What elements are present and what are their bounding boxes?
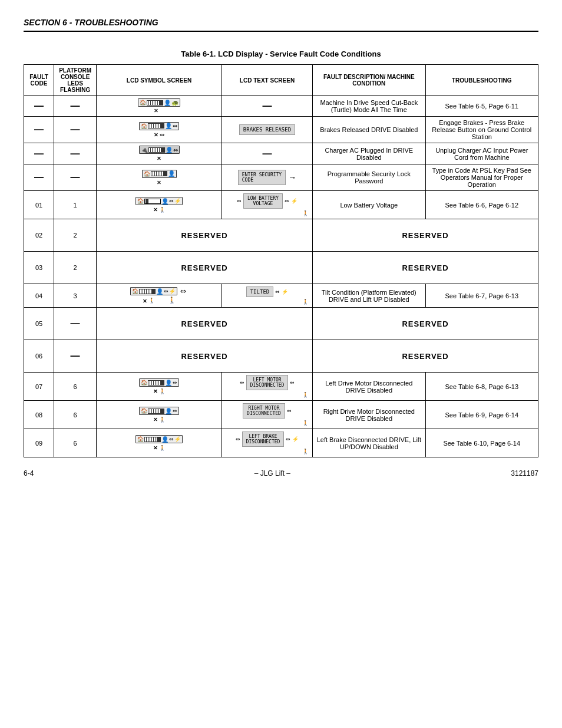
fault-code-cell: 04 <box>24 284 54 308</box>
platform-cell: 2 <box>54 252 97 284</box>
footer-doc-number: 3121187 <box>511 469 538 477</box>
arrows-big-icon: ⇔ <box>180 287 186 295</box>
turtle-icon: 🐢 <box>171 100 178 106</box>
reserved-cell-left: RESERVED <box>97 219 313 252</box>
arrows-icon: ⇔ <box>169 436 174 442</box>
fault-code-cell: — <box>24 96 54 117</box>
x-mark: ✕ <box>157 156 161 162</box>
lcd-symbol-cell: 🏠 👤 ⇔ ✕ ⇔ <box>97 117 222 143</box>
troubleshooting-cell: Unplug Charger AC Input Power Cord from … <box>425 143 538 164</box>
arrow-right-icon: → <box>288 173 296 182</box>
fault-code-cell: — <box>24 143 54 164</box>
table-row: 01 1 🏠 👤 ⇔ ⚡ <box>24 191 538 219</box>
lcd-text-display: RIGHT MOTORDISCONNECTED <box>243 403 285 419</box>
footer-page-number: 6-4 <box>24 469 34 477</box>
table-row: 04 3 🏠 👤 ⇔ ⚡ ⇔ ✕ <box>24 284 538 308</box>
lcd-text-cell: BRAKES RELEASED <box>222 117 312 143</box>
arrow-icon: ⇔ <box>173 147 178 153</box>
fault-code-cell: 07 <box>24 373 54 401</box>
table-row: — — 🔌 👤 ⇔ ✕ — <box>24 143 538 164</box>
lcd-text-cell: RIGHT MOTORDISCONNECTED ⇔ 🚶 <box>222 401 312 429</box>
lcd-symbol-cell: 🏠 👤 ⇔ ✕ 🚶 <box>97 401 222 429</box>
house-icon: 🏠 <box>137 436 144 442</box>
reserved-cell-right: RESERVED <box>313 340 538 373</box>
section-title: SECTION 6 - TROUBLESHOOTING <box>24 18 538 32</box>
lcd-text-display: BRAKES RELEASED <box>239 124 295 135</box>
person-icon: 👤 <box>165 380 172 386</box>
lcd-symbol-cell: 🏠 👤 ⇔ ✕ 🚶 <box>97 373 222 401</box>
arrows-icon: ⇔ <box>169 198 174 204</box>
person-icon: 👤 <box>161 198 168 205</box>
table-row: 09 6 🏠 👤 ⇔ ⚡ ✕ 🚶 <box>24 429 538 457</box>
lightning-icon: ⚡ <box>292 436 299 442</box>
platform-cell: — <box>54 117 97 143</box>
header-platform: PLATFORM CONSOLE LEDs FLASHING <box>54 65 97 96</box>
fault-desc-cell: Left Brake Disconnected DRIVE, Lift UP/D… <box>313 429 425 457</box>
fault-desc-cell: Machine In Drive Speed Cut-Back (Turtle)… <box>313 96 425 117</box>
table-row: 03 2 RESERVED RESERVED <box>24 252 538 284</box>
lightning-icon: ⚡ <box>282 289 288 295</box>
person-small-icon: 🚶 <box>302 420 309 426</box>
person-small-icon: 🚶 <box>148 298 155 304</box>
page-footer: 6-4 – JLG Lift – 3121187 <box>24 469 538 477</box>
lcd-text-display: LEFT MOTORDISCONNECTED <box>246 375 289 390</box>
person-small-icon: 🚶 <box>302 210 309 216</box>
lcd-text-cell: TILTED ⇔ ⚡ 🚶 <box>222 284 312 308</box>
arrows-icon2: ⇔ <box>287 408 292 414</box>
person-small-icon: 🚶 <box>302 392 309 398</box>
person-icon: 👤 <box>164 100 171 106</box>
house-icon: 🏠 <box>140 100 146 106</box>
arrows-icon: ⇔ <box>285 198 289 204</box>
reserved-cell-left: RESERVED <box>97 340 313 373</box>
table-row: — — 🏠 👤 ⇔ ✕ ⇔ <box>24 117 538 143</box>
person-small-icon: 🚶 <box>159 207 166 213</box>
fault-desc-cell: Charger AC Plugged In DRIVE Disabled <box>313 143 425 164</box>
header-troubleshooting: TROUBLESHOOTING <box>425 65 538 96</box>
table-row: 08 6 🏠 👤 ⇔ ✕ 🚶 <box>24 401 538 429</box>
table-row: — — 🏠 👤 ✕ <box>24 164 538 191</box>
lcd-symbol-cell: 🔌 👤 ⇔ ✕ <box>97 143 222 164</box>
fault-code-table: FAULT CODE PLATFORM CONSOLE LEDs FLASHIN… <box>24 64 538 457</box>
fault-code-cell: 09 <box>24 429 54 457</box>
x-mark: ✕ <box>157 180 161 186</box>
fault-desc-cell: Brakes Released DRIVE Disabled <box>313 117 425 143</box>
reserved-cell-right: RESERVED <box>313 308 538 340</box>
lcd-text-cell: — <box>222 96 312 117</box>
lcd-symbol-cell: 🏠 👤 ⇔ ⚡ ⇔ ✕ 🚶 🚶 <box>97 284 222 308</box>
person-small-icon: 🚶 <box>159 445 166 451</box>
table-title: Table 6-1. LCD Display - Service Fault C… <box>24 50 538 58</box>
lcd-text-cell: ⇔ LOW BATTERYVOLTAGE ⇔ ⚡ 🚶 <box>222 191 312 219</box>
reserved-cell-left: RESERVED <box>97 252 313 284</box>
fault-code-cell: 06 <box>24 340 54 373</box>
arrows-icon2: ⇔ <box>286 436 290 442</box>
arrows-icon: ⇔ <box>173 408 177 414</box>
table-row: 07 6 🏠 👤 ⇔ ✕ 🚶 <box>24 373 538 401</box>
arrows-icon: ⇔ <box>240 380 244 386</box>
platform-cell: 1 <box>54 191 97 219</box>
person-icon: 👤 <box>165 123 172 129</box>
lightning-icon: ⚡ <box>174 436 181 442</box>
platform-cell: — <box>54 164 97 191</box>
troubleshooting-cell: See Table 6-7, Page 6-13 <box>425 284 538 308</box>
platform-cell: 6 <box>54 401 97 429</box>
platform-cell: 6 <box>54 373 97 401</box>
fault-code-cell: 08 <box>24 401 54 429</box>
arrows-icon2: ⇔ <box>290 380 295 386</box>
footer-brand: – JLG Lift – <box>254 469 290 477</box>
person-small-icon: 🚶 <box>302 449 309 454</box>
lcd-text-display: ENTER SECURITYCODE <box>238 170 286 185</box>
house-icon: 🏠 <box>141 408 147 414</box>
person-small-icon: 🚶 <box>159 417 166 423</box>
platform-cell: — <box>54 96 97 117</box>
table-row: 06 — RESERVED RESERVED <box>24 340 538 373</box>
troubleshooting-cell: See Table 6-5, Page 6-11 <box>425 96 538 117</box>
house-icon: 🏠 <box>144 171 150 177</box>
person-small-icon2: 🚶 <box>168 297 176 304</box>
platform-cell: 3 <box>54 284 97 308</box>
header-fault-desc: FAULT DESCRIPTION/ MACHINE CONDITION <box>313 65 425 96</box>
lcd-text-display: TILTED <box>246 286 274 297</box>
x-mark: ✕ <box>153 388 158 394</box>
lcd-symbol-cell: 🏠 👤 🐢 ✕ <box>97 96 222 117</box>
fault-desc-cell: Programmable Security Lock Password <box>313 164 425 191</box>
x-mark: ✕ <box>153 417 158 423</box>
